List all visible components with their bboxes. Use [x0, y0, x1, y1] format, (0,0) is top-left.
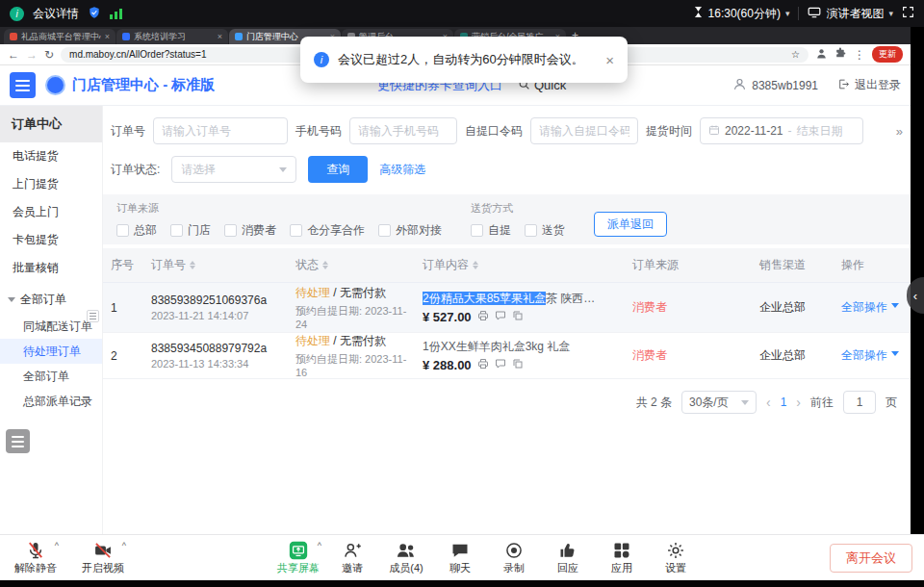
pagination: 共 2 条 30条/页 ‹ 1 › 前往 页 — [636, 391, 897, 414]
chevron-up-icon[interactable]: ^ — [55, 541, 59, 550]
calendar-icon — [708, 124, 720, 139]
browser-menu-icon[interactable]: ⋮ — [854, 49, 865, 61]
browser-update-button[interactable]: 更新 — [872, 46, 903, 63]
user-account[interactable]: 8385wb1991 — [732, 77, 818, 94]
copy-icon[interactable] — [512, 358, 524, 372]
jump-suffix: 页 — [886, 395, 897, 411]
checkbox-source-warehouse-coop[interactable]: 仓分享合作 — [290, 222, 365, 239]
sidebar-item-batch-verify[interactable]: 批量核销 — [0, 254, 102, 282]
collapse-filters-icon[interactable]: » — [896, 124, 901, 139]
quick-menu-button[interactable] — [6, 429, 30, 453]
invite-button[interactable]: 邀请 — [326, 538, 378, 575]
message-icon[interactable] — [495, 310, 506, 324]
fullscreen-icon[interactable] — [902, 6, 914, 21]
message-icon[interactable] — [495, 358, 506, 372]
col-header-content[interactable]: 订单内容 — [415, 257, 625, 273]
reaction-button[interactable]: 回应 — [542, 538, 594, 575]
checkbox-source-store[interactable]: 门店 — [170, 222, 211, 239]
col-header-order-no[interactable]: 订单号 — [143, 257, 288, 273]
chat-icon — [450, 541, 470, 560]
gear-icon — [666, 541, 685, 560]
date-separator: - — [788, 124, 792, 138]
all-actions-dropdown[interactable]: 全部操作 — [841, 300, 887, 314]
content-cell: 2份精品大果85苹果礼盒茶 陕西… ¥ 527.00 — [415, 291, 625, 324]
order-no-input[interactable] — [153, 117, 288, 144]
shield-icon — [88, 6, 101, 22]
checkbox-source-external[interactable]: 外部对接 — [378, 222, 442, 239]
back-icon[interactable]: ← — [8, 49, 19, 61]
jump-label: 前往 — [810, 395, 834, 411]
page-jump-input[interactable] — [843, 391, 876, 414]
page-size-select[interactable]: 30条/页 — [681, 391, 757, 414]
browser-tab[interactable]: 系统培训学习 × — [116, 29, 228, 44]
chevron-up-icon[interactable]: ^ — [122, 541, 126, 550]
logout-button[interactable]: 退出登录 — [837, 77, 901, 93]
unmute-button[interactable]: ^ 解除静音 — [10, 538, 62, 575]
checkbox-source-consumer[interactable]: 消费者 — [224, 222, 276, 239]
reload-icon[interactable]: ↻ — [44, 49, 54, 61]
order-no-cell: 83859389251069376a 2023-11-21 14:14:07 — [143, 294, 288, 321]
chat-button[interactable]: 聊天 — [434, 538, 486, 575]
tool-label: 开启视频 — [82, 561, 124, 575]
current-page[interactable]: 1 — [781, 396, 787, 409]
bookmark-star-icon[interactable]: ☆ — [791, 49, 800, 60]
start-video-button[interactable]: ^ 开启视频 — [77, 538, 129, 575]
shared-browser-window: 礼品商城平台管理中心 × 系统培训学习 × 门店管理中心 × 管理后台 × 营销… — [0, 27, 911, 534]
hamburger-menu-button[interactable] — [10, 72, 36, 98]
advanced-filter-link[interactable]: 高级筛选 — [379, 162, 425, 178]
col-header-index: 序号 — [103, 257, 143, 273]
print-icon[interactable] — [477, 310, 489, 324]
settings-button[interactable]: 设置 — [650, 538, 702, 575]
chevron-up-icon[interactable]: ^ — [318, 541, 321, 550]
camera-off-icon — [93, 541, 113, 560]
forward-icon[interactable]: → — [26, 49, 38, 61]
meeting-timer[interactable]: 16:30(60分钟) ▾ — [693, 6, 790, 22]
apps-button[interactable]: 应用 — [596, 538, 648, 575]
date-range-picker[interactable]: 2022-11-21 - 结束日期 — [700, 117, 863, 144]
filter-row-1: 订单号 手机号码 自提口令码 提货时间 2022-11-21 - 结束日期 » — [111, 117, 901, 144]
sidebar: 订单中心 电话提货 上门提货 会员上门 卡包提货 批量核销 全部订单 同城配送订… — [0, 106, 103, 534]
sidebar-item-pending-orders[interactable]: 待处理订单 — [0, 339, 102, 364]
sidebar-item-hq-dispatch-records[interactable]: 总部派单记录 — [0, 389, 102, 414]
members-button[interactable]: 成员(4) — [380, 538, 432, 575]
pickup-code-input[interactable] — [530, 117, 638, 144]
sidebar-item-member-visit[interactable]: 会员上门 — [0, 198, 102, 226]
share-screen-button[interactable]: ^ 共享屏幕 — [272, 538, 324, 575]
status-extra: / 无需付款 — [333, 286, 386, 299]
copy-icon[interactable] — [512, 310, 524, 324]
view-mode-selector[interactable]: 演讲者视图 ▾ — [808, 6, 893, 22]
profile-icon[interactable] — [815, 47, 828, 63]
all-actions-dropdown[interactable]: 全部操作 — [841, 348, 887, 362]
order-time: 2023-11-13 14:33:34 — [151, 358, 288, 370]
col-header-status[interactable]: 状态 — [288, 257, 415, 273]
checkbox-source-hq[interactable]: 总部 — [116, 222, 157, 239]
user-icon — [732, 77, 747, 94]
leave-meeting-button[interactable]: 离开会议 — [830, 544, 912, 573]
page-size-value: 30条/页 — [689, 395, 729, 411]
extensions-icon[interactable] — [834, 47, 847, 63]
checkbox-delivery-deliver[interactable]: 送货 — [525, 222, 565, 239]
dispatch-return-button[interactable]: 派单退回 — [594, 212, 667, 237]
meeting-details-label[interactable]: 会议详情 — [33, 6, 79, 22]
search-button[interactable]: 查询 — [308, 156, 368, 183]
select-placeholder: 请选择 — [181, 162, 216, 178]
phone-input[interactable] — [349, 117, 457, 144]
print-icon[interactable] — [477, 358, 489, 372]
order-status-select[interactable]: 请选择 — [171, 156, 296, 183]
close-icon[interactable]: × — [605, 52, 614, 68]
sidebar-item-card-pickup[interactable]: 卡包提货 — [0, 226, 102, 254]
browser-tab[interactable]: 礼品商城平台管理中心 × — [4, 29, 116, 44]
close-tab-icon[interactable]: × — [218, 32, 222, 41]
next-page-icon[interactable]: › — [796, 395, 801, 410]
sidebar-item-door-pickup[interactable]: 上门提货 — [0, 170, 102, 198]
prev-page-icon[interactable]: ‹ — [766, 395, 771, 410]
reaction-thumb-icon — [558, 541, 578, 560]
sidebar-item-phone-pickup[interactable]: 电话提货 — [0, 142, 102, 170]
sidebar-collapse-icon[interactable] — [87, 310, 99, 322]
pickup-code-label: 自提口令码 — [465, 123, 523, 140]
record-button[interactable]: 录制 — [488, 538, 540, 575]
sidebar-item-all-orders[interactable]: 全部订单 — [0, 364, 102, 389]
checkbox-delivery-selfpickup[interactable]: 自提 — [471, 222, 511, 239]
col-header-action: 操作 — [834, 257, 911, 273]
close-tab-icon[interactable]: × — [105, 32, 110, 41]
